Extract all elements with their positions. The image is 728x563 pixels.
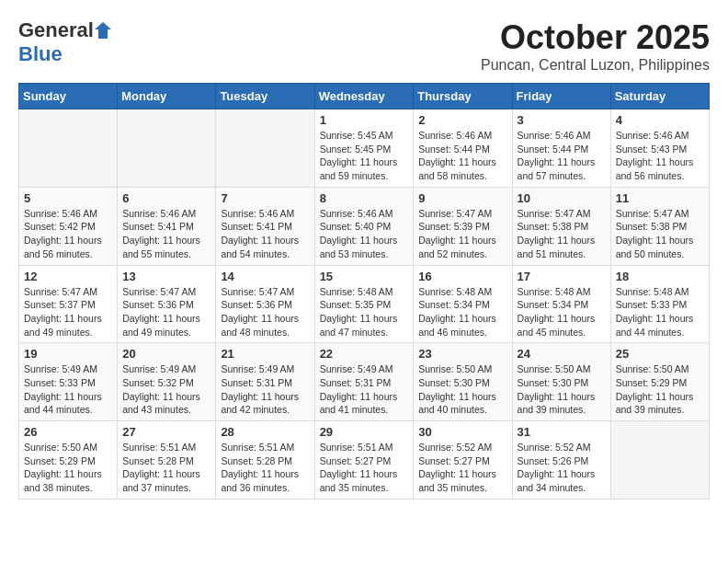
day-number: 2	[418, 113, 506, 127]
table-row: 3Sunrise: 5:46 AM Sunset: 5:44 PM Daylig…	[512, 109, 610, 188]
table-row: 19Sunrise: 5:49 AM Sunset: 5:33 PM Dayli…	[19, 343, 118, 421]
day-number: 7	[221, 191, 309, 205]
logo-text: General Blue	[18, 18, 112, 66]
table-row	[216, 109, 314, 188]
table-row: 10Sunrise: 5:47 AM Sunset: 5:38 PM Dayli…	[512, 187, 610, 265]
table-row: 7Sunrise: 5:46 AM Sunset: 5:41 PM Daylig…	[216, 187, 314, 265]
day-info: Sunrise: 5:46 AM Sunset: 5:44 PM Dayligh…	[518, 129, 606, 183]
day-number: 4	[616, 113, 704, 127]
table-row: 16Sunrise: 5:48 AM Sunset: 5:34 PM Dayli…	[414, 265, 512, 343]
table-row: 8Sunrise: 5:46 AM Sunset: 5:40 PM Daylig…	[314, 187, 414, 265]
calendar-week-4: 19Sunrise: 5:49 AM Sunset: 5:33 PM Dayli…	[19, 343, 710, 421]
day-info: Sunrise: 5:50 AM Sunset: 5:29 PM Dayligh…	[616, 362, 704, 417]
day-number: 31	[518, 425, 606, 439]
logo: General Blue	[18, 18, 112, 66]
day-info: Sunrise: 5:47 AM Sunset: 5:39 PM Dayligh…	[418, 207, 506, 261]
day-number: 30	[418, 425, 506, 439]
day-info: Sunrise: 5:51 AM Sunset: 5:28 PM Dayligh…	[221, 441, 309, 495]
day-info: Sunrise: 5:48 AM Sunset: 5:34 PM Dayligh…	[418, 285, 506, 339]
logo-general: General	[18, 18, 94, 42]
day-number: 11	[616, 191, 704, 205]
day-number: 17	[518, 270, 606, 283]
col-tuesday: Tuesday	[216, 84, 314, 109]
location: Puncan, Central Luzon, Philippines	[481, 57, 710, 74]
table-row: 12Sunrise: 5:47 AM Sunset: 5:37 PM Dayli…	[19, 265, 118, 343]
calendar-week-3: 12Sunrise: 5:47 AM Sunset: 5:37 PM Dayli…	[19, 265, 710, 343]
table-row: 13Sunrise: 5:47 AM Sunset: 5:36 PM Dayli…	[118, 265, 216, 343]
day-info: Sunrise: 5:49 AM Sunset: 5:31 PM Dayligh…	[320, 362, 409, 417]
table-row: 28Sunrise: 5:51 AM Sunset: 5:28 PM Dayli…	[216, 421, 314, 500]
day-info: Sunrise: 5:52 AM Sunset: 5:26 PM Dayligh…	[518, 441, 606, 495]
day-info: Sunrise: 5:49 AM Sunset: 5:31 PM Dayligh…	[221, 362, 309, 417]
table-row: 22Sunrise: 5:49 AM Sunset: 5:31 PM Dayli…	[314, 343, 414, 421]
day-info: Sunrise: 5:48 AM Sunset: 5:35 PM Dayligh…	[320, 285, 409, 339]
table-row	[610, 421, 709, 500]
day-number: 13	[122, 270, 210, 283]
day-info: Sunrise: 5:46 AM Sunset: 5:44 PM Dayligh…	[418, 129, 506, 183]
svg-marker-0	[95, 22, 111, 39]
table-row: 29Sunrise: 5:51 AM Sunset: 5:27 PM Dayli…	[314, 421, 414, 500]
day-number: 24	[518, 347, 606, 361]
day-number: 26	[24, 425, 112, 439]
title-section: October 2025 Puncan, Central Luzon, Phil…	[481, 18, 710, 74]
calendar-week-1: 1Sunrise: 5:45 AM Sunset: 5:45 PM Daylig…	[19, 109, 710, 188]
day-number: 27	[122, 425, 210, 439]
table-row: 31Sunrise: 5:52 AM Sunset: 5:26 PM Dayli…	[512, 421, 610, 500]
calendar-header-row: Sunday Monday Tuesday Wednesday Thursday…	[19, 84, 710, 109]
day-number: 5	[24, 191, 112, 205]
table-row: 20Sunrise: 5:49 AM Sunset: 5:32 PM Dayli…	[118, 343, 216, 421]
day-info: Sunrise: 5:48 AM Sunset: 5:33 PM Dayligh…	[616, 285, 704, 339]
day-number: 12	[24, 270, 112, 283]
day-number: 25	[616, 347, 704, 361]
day-info: Sunrise: 5:52 AM Sunset: 5:27 PM Dayligh…	[418, 441, 506, 495]
day-info: Sunrise: 5:46 AM Sunset: 5:43 PM Dayligh…	[616, 129, 704, 183]
day-number: 6	[122, 191, 210, 205]
day-info: Sunrise: 5:47 AM Sunset: 5:36 PM Dayligh…	[122, 285, 210, 339]
day-number: 8	[320, 191, 409, 205]
table-row: 2Sunrise: 5:46 AM Sunset: 5:44 PM Daylig…	[414, 109, 512, 188]
table-row: 26Sunrise: 5:50 AM Sunset: 5:29 PM Dayli…	[19, 421, 118, 500]
day-number: 19	[24, 347, 112, 361]
day-number: 3	[518, 113, 606, 127]
table-row: 9Sunrise: 5:47 AM Sunset: 5:39 PM Daylig…	[414, 187, 512, 265]
day-info: Sunrise: 5:50 AM Sunset: 5:30 PM Dayligh…	[418, 362, 506, 417]
table-row: 1Sunrise: 5:45 AM Sunset: 5:45 PM Daylig…	[314, 109, 414, 188]
table-row: 11Sunrise: 5:47 AM Sunset: 5:38 PM Dayli…	[610, 187, 709, 265]
col-wednesday: Wednesday	[314, 84, 414, 109]
col-friday: Friday	[512, 84, 610, 109]
table-row: 6Sunrise: 5:46 AM Sunset: 5:41 PM Daylig…	[118, 187, 216, 265]
day-info: Sunrise: 5:51 AM Sunset: 5:28 PM Dayligh…	[122, 441, 210, 495]
col-saturday: Saturday	[610, 84, 709, 109]
day-info: Sunrise: 5:50 AM Sunset: 5:30 PM Dayligh…	[518, 362, 606, 417]
day-info: Sunrise: 5:51 AM Sunset: 5:27 PM Dayligh…	[320, 441, 409, 495]
day-info: Sunrise: 5:49 AM Sunset: 5:32 PM Dayligh…	[122, 362, 210, 417]
table-row	[19, 109, 118, 188]
day-info: Sunrise: 5:48 AM Sunset: 5:34 PM Dayligh…	[518, 285, 606, 339]
table-row: 15Sunrise: 5:48 AM Sunset: 5:35 PM Dayli…	[314, 265, 414, 343]
table-row: 24Sunrise: 5:50 AM Sunset: 5:30 PM Dayli…	[512, 343, 610, 421]
page-header: General Blue October 2025 Puncan, Centra…	[18, 18, 710, 74]
day-info: Sunrise: 5:47 AM Sunset: 5:38 PM Dayligh…	[616, 207, 704, 261]
day-number: 14	[221, 270, 309, 283]
table-row: 25Sunrise: 5:50 AM Sunset: 5:29 PM Dayli…	[610, 343, 709, 421]
day-number: 10	[518, 191, 606, 205]
table-row: 5Sunrise: 5:46 AM Sunset: 5:42 PM Daylig…	[19, 187, 118, 265]
day-number: 1	[320, 113, 409, 127]
table-row: 27Sunrise: 5:51 AM Sunset: 5:28 PM Dayli…	[118, 421, 216, 500]
table-row: 18Sunrise: 5:48 AM Sunset: 5:33 PM Dayli…	[610, 265, 709, 343]
day-number: 23	[418, 347, 506, 361]
day-info: Sunrise: 5:46 AM Sunset: 5:41 PM Dayligh…	[122, 207, 210, 261]
day-number: 15	[320, 270, 409, 283]
table-row: 17Sunrise: 5:48 AM Sunset: 5:34 PM Dayli…	[512, 265, 610, 343]
day-info: Sunrise: 5:46 AM Sunset: 5:42 PM Dayligh…	[24, 207, 112, 261]
col-sunday: Sunday	[19, 84, 118, 109]
day-info: Sunrise: 5:49 AM Sunset: 5:33 PM Dayligh…	[24, 362, 112, 417]
table-row: 23Sunrise: 5:50 AM Sunset: 5:30 PM Dayli…	[414, 343, 512, 421]
day-info: Sunrise: 5:47 AM Sunset: 5:36 PM Dayligh…	[221, 285, 309, 339]
day-info: Sunrise: 5:45 AM Sunset: 5:45 PM Dayligh…	[320, 129, 409, 183]
table-row	[118, 109, 216, 188]
col-monday: Monday	[118, 84, 216, 109]
day-info: Sunrise: 5:50 AM Sunset: 5:29 PM Dayligh…	[24, 441, 112, 495]
calendar-week-2: 5Sunrise: 5:46 AM Sunset: 5:42 PM Daylig…	[19, 187, 710, 265]
day-number: 22	[320, 347, 409, 361]
